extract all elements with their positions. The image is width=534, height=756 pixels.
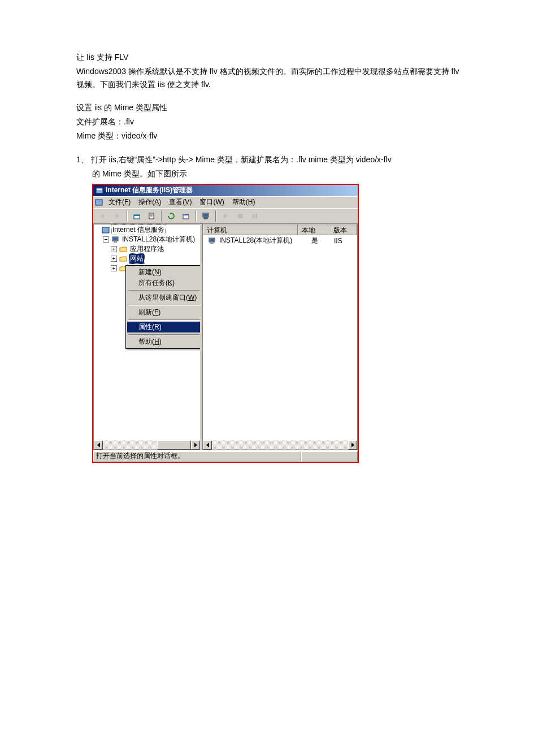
scroll-left-button[interactable] <box>94 440 103 450</box>
list-row[interactable]: INSTALL28(本地计算机) 是 IIS <box>204 236 356 245</box>
menu-view[interactable]: 查看(V) <box>165 196 196 208</box>
cell-local: 是 <box>299 236 331 245</box>
list-pane[interactable]: 计算机 本地 版本 INSTALL28(本地计算机) 是 IIS <box>202 224 358 450</box>
tree-pane[interactable]: Internet 信息服务 INSTALL28(本地计算机) 应用程序池 <box>93 224 200 450</box>
ctx-refresh[interactable]: 刷新(F) <box>127 307 200 318</box>
refresh-button[interactable] <box>164 209 178 223</box>
scroll-right-button[interactable] <box>191 440 200 450</box>
col-computer[interactable]: 计算机 <box>203 224 298 235</box>
status-blank <box>301 451 358 461</box>
computer-icon <box>111 235 120 244</box>
pause-button[interactable] <box>248 209 262 223</box>
tree-computer-label: INSTALL28(本地计算机) <box>121 235 196 244</box>
expand-icon[interactable] <box>111 265 117 271</box>
svg-rect-9 <box>183 214 189 215</box>
iis-window: Internet 信息服务(IIS)管理器 文件(F) 操作(A) 查看(V) … <box>92 184 359 463</box>
doc-title: 让 Iis 支持 FLV <box>76 51 466 64</box>
svg-rect-1 <box>97 189 102 190</box>
tree-websites-label: 网站 <box>129 253 145 264</box>
svg-rect-4 <box>134 215 140 216</box>
menu-help[interactable]: 帮助(H) <box>228 196 259 208</box>
back-button[interactable] <box>95 209 109 223</box>
ctx-new-window[interactable]: 从这里创建窗口(W) <box>127 292 200 303</box>
forward-button[interactable] <box>110 209 124 223</box>
scroll-thumb[interactable] <box>157 440 191 450</box>
cell-computer: INSTALL28(本地计算机) <box>219 236 292 245</box>
svg-rect-0 <box>96 188 103 193</box>
doc-intro: Windows2003 操作系统默认是不支持 flv 格式的视频文件的。而实际的… <box>76 65 466 91</box>
window-title: Internet 信息服务(IIS)管理器 <box>106 185 193 195</box>
svg-rect-12 <box>204 218 207 219</box>
ctx-new[interactable]: 新建(N) <box>127 267 200 278</box>
tree-root[interactable]: Internet 信息服务 <box>95 226 200 235</box>
tree-computer[interactable]: INSTALL28(本地计算机) <box>95 235 200 244</box>
status-text: 打开当前选择的属性对话框。 <box>93 451 301 461</box>
expand-icon[interactable] <box>111 256 117 262</box>
svg-rect-2 <box>95 200 102 205</box>
svg-rect-11 <box>203 214 208 217</box>
properties-button[interactable] <box>145 209 158 223</box>
expand-icon[interactable] <box>111 246 117 252</box>
svg-rect-14 <box>253 214 254 218</box>
stop-button[interactable] <box>233 209 247 223</box>
iis-root-icon <box>101 226 110 235</box>
menu-window[interactable]: 窗口(W) <box>196 196 228 208</box>
up-button[interactable] <box>130 209 144 223</box>
col-local[interactable]: 本地 <box>298 224 329 235</box>
folder-icon <box>119 245 128 254</box>
client-area: Internet 信息服务 INSTALL28(本地计算机) 应用程序池 <box>93 224 358 450</box>
step-1-line-b: 的 Mime 类型。如下图所示 <box>76 167 466 180</box>
list-scrollbar[interactable] <box>203 440 357 450</box>
svg-rect-21 <box>210 239 214 241</box>
ext-line: 文件扩展名：.flv <box>76 115 466 128</box>
ctx-help[interactable]: 帮助(H) <box>127 336 200 347</box>
menu-file[interactable]: 文件(F) <box>105 196 134 208</box>
ctx-separator <box>128 290 200 291</box>
col-version[interactable]: 版本 <box>329 224 357 235</box>
titlebar: Internet 信息服务(IIS)管理器 <box>93 185 358 196</box>
menu-action[interactable]: 操作(A) <box>134 196 165 208</box>
svg-rect-22 <box>210 243 214 244</box>
tree-root-label: Internet 信息服务 <box>111 224 166 235</box>
menubar: 文件(F) 操作(A) 查看(V) 窗口(W) 帮助(H) <box>93 196 358 208</box>
svg-rect-18 <box>113 237 118 240</box>
mime-heading: 设置 iis 的 Mime 类型属性 <box>76 101 466 114</box>
step-1-line-a: 1、 打开 iis,右键“属性”->http 头-> Mime 类型，新建扩展名… <box>76 153 466 166</box>
menu-system-icon[interactable] <box>94 198 103 207</box>
ctx-separator <box>128 305 200 305</box>
iis-app-icon <box>95 187 103 195</box>
tree-scrollbar[interactable] <box>94 440 200 450</box>
ctx-properties[interactable]: 属性(R) <box>127 322 200 332</box>
scroll-right-button[interactable] <box>348 440 357 450</box>
list-header: 计算机 本地 版本 <box>203 224 357 235</box>
ctx-separator <box>128 319 200 320</box>
ctx-separator <box>128 334 200 335</box>
ctx-all-tasks[interactable]: 所有任务(K) <box>127 278 200 288</box>
collapse-icon[interactable] <box>103 236 109 243</box>
svg-rect-19 <box>114 241 117 243</box>
context-menu: 新建(N) 所有任务(K) 从这里创建窗口(W) 刷新(F) <box>125 265 200 349</box>
export-button[interactable] <box>179 209 193 223</box>
toolbar <box>93 208 358 224</box>
scroll-left-button[interactable] <box>203 440 212 450</box>
tree-app-pool-label: 应用程序池 <box>129 244 165 254</box>
svg-rect-13 <box>238 214 242 218</box>
folder-icon <box>119 254 128 263</box>
play-button[interactable] <box>219 209 232 223</box>
svg-rect-16 <box>102 227 109 233</box>
cell-version: IIS <box>331 237 356 245</box>
computer-icon <box>207 236 216 245</box>
tree-websites[interactable]: 网站 <box>95 254 200 263</box>
mime-line: Mime 类型：video/x-flv <box>76 129 466 142</box>
statusbar: 打开当前选择的属性对话框。 <box>93 450 358 462</box>
computer-button[interactable] <box>199 209 212 223</box>
svg-rect-15 <box>255 214 257 218</box>
tree-app-pool[interactable]: 应用程序池 <box>95 245 200 254</box>
